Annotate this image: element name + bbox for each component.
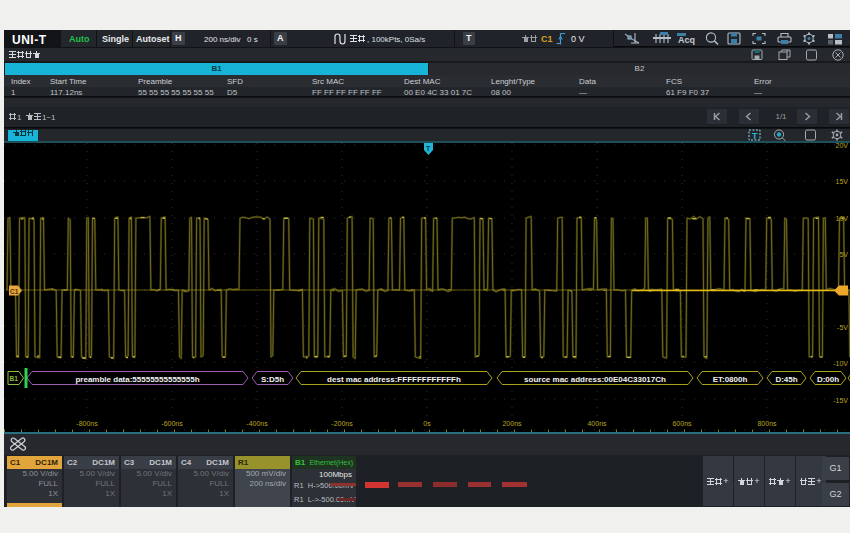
- svg-text:S:D5h: S:D5h: [261, 375, 284, 384]
- svg-text:800ns: 800ns: [757, 420, 777, 427]
- svg-text:C1: C1: [10, 288, 19, 295]
- svg-text:400ns: 400ns: [587, 420, 607, 427]
- svg-text:5V: 5V: [839, 251, 848, 258]
- svg-text:-200ns: -200ns: [331, 420, 353, 427]
- svg-text:-15V: -15V: [833, 397, 848, 404]
- svg-text:T: T: [752, 131, 758, 141]
- svg-text:-400ns: -400ns: [246, 420, 268, 427]
- svg-text:0s: 0s: [423, 420, 431, 427]
- svg-text:600ns: 600ns: [672, 420, 692, 427]
- svg-text:T: T: [426, 145, 431, 152]
- svg-text:20V: 20V: [836, 143, 849, 149]
- svg-text:ET:0800h: ET:0800h: [713, 375, 748, 384]
- svg-text:D:45h: D:45h: [775, 375, 797, 384]
- svg-text:B1: B1: [10, 375, 19, 382]
- svg-text:preamble data:55555555555555h: preamble data:55555555555555h: [75, 375, 199, 384]
- svg-text:source mac address:00E04C33017: source mac address:00E04C33017Ch: [524, 375, 666, 384]
- svg-text:10V: 10V: [836, 215, 849, 222]
- svg-text:-600ns: -600ns: [161, 420, 183, 427]
- svg-text:-800ns: -800ns: [76, 420, 98, 427]
- svg-text:-5V: -5V: [837, 324, 848, 331]
- svg-text:-10V: -10V: [833, 360, 848, 367]
- svg-text:D:00h: D:00h: [817, 375, 839, 384]
- svg-text:Acq: Acq: [678, 35, 695, 45]
- svg-text:15V: 15V: [836, 178, 849, 185]
- svg-text:dest mac address:FFFFFFFFFFFFh: dest mac address:FFFFFFFFFFFFh: [327, 375, 461, 384]
- svg-text:200ns: 200ns: [502, 420, 522, 427]
